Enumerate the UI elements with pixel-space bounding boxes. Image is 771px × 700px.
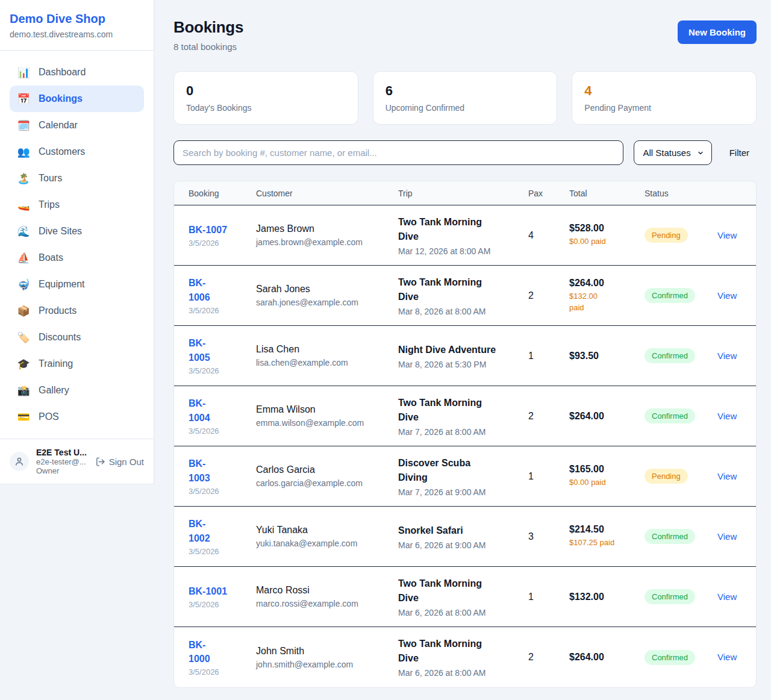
column-header-trip: Trip [398,189,528,198]
calendar-icon: 📅 [17,93,30,105]
sidebar-item-dashboard[interactable]: 📊 Dashboard [10,59,144,86]
booking-id-link[interactable]: BK-1005 [189,336,213,364]
spiral-calendar-icon: 🗓️ [17,119,30,132]
status-badge: Confirmed [645,650,695,665]
view-booking-link[interactable]: View [717,531,737,542]
sign-out-button[interactable]: Sign Out [95,457,144,467]
booking-id-link[interactable]: BK-1007 [189,223,256,237]
booking-id-link[interactable]: BK-1003 [189,457,213,484]
sidebar-item-equipment[interactable]: 🤿 Equipment [10,271,144,298]
status-badge: Confirmed [645,348,695,363]
booking-id-link[interactable]: BK-1002 [189,517,213,545]
sidebar-item-dive-sites[interactable]: 🌊 Dive Sites [10,218,144,245]
people-icon: 👥 [17,146,30,158]
logout-icon [95,457,105,467]
customer-email: lisa.chen@example.com [256,358,398,367]
view-booking-link[interactable]: View [717,592,737,602]
shop-header: Demo Dive Shop demo.test.divestreams.com [0,0,154,51]
sidebar-item-calendar[interactable]: 🗓️ Calendar [10,112,144,139]
bookings-table-body: BK-1007 3/5/2026 James Brown james.brown… [174,205,756,687]
column-header-status: Status [645,189,717,198]
booking-id-link[interactable]: BK-1000 [189,638,213,666]
sidebar-item-discounts[interactable]: 🏷️ Discounts [10,324,144,351]
pax-count: 3 [528,531,569,542]
diving-mask-icon: 🤿 [17,278,30,291]
bar-chart-icon: 📊 [17,66,30,79]
view-booking-link[interactable]: View [717,351,737,361]
total-amount: $132.00 [569,592,645,602]
view-booking-link[interactable]: View [717,652,737,662]
sidebar-item-tours[interactable]: 🏝️ Tours [10,165,144,192]
booking-id-link[interactable]: BK-1006 [189,276,213,304]
search-input[interactable] [173,140,623,165]
trip-datetime: Mar 8, 2026 at 8:00 AM [398,307,528,316]
status-badge: Confirmed [645,408,695,423]
booking-date: 3/5/2026 [189,667,256,677]
customer-email: james.brown@example.com [256,237,398,247]
paid-amount: $132.00 paid [569,291,608,313]
stat-value: 0 [186,83,346,99]
status-select-value: All Statuses [643,148,690,158]
stats-row: 0 Today's Bookings 6 Upcoming Confirmed … [173,71,757,125]
total-amount: $528.00 [569,223,645,234]
shop-name: Demo Dive Shop [10,12,144,26]
user-role: Owner [36,466,88,475]
trip-datetime: Mar 8, 2026 at 5:30 PM [398,360,528,369]
booking-date: 3/5/2026 [189,239,256,248]
trip-name: Night Dive Adventure [398,343,528,357]
total-amount: $264.00 [569,278,645,289]
view-booking-link[interactable]: View [717,471,737,481]
booking-date: 3/5/2026 [189,427,256,436]
customer-name: Yuki Tanaka [256,525,398,536]
sidebar-item-customers[interactable]: 👥 Customers [10,139,144,165]
pax-count: 1 [528,592,569,602]
trip-datetime: Mar 7, 2026 at 9:00 AM [398,487,528,497]
customer-email: john.smith@example.com [256,660,398,669]
sidebar: Demo Dive Shop demo.test.divestreams.com… [0,0,154,700]
status-badge: Pending [645,469,688,484]
total-amount: $264.00 [569,411,645,422]
stat-card-today-s-bookings: 0 Today's Bookings [173,71,358,125]
trip-datetime: Mar 12, 2026 at 8:00 AM [398,246,528,256]
customer-name: Lisa Chen [256,344,398,355]
status-badge: Confirmed [645,529,695,544]
camera-icon: 📸 [17,384,30,397]
customer-email: yuki.tanaka@example.com [256,539,398,548]
bookings-table: Booking Customer Trip Pax Total Status B… [173,181,757,688]
view-booking-link[interactable]: View [717,230,737,240]
sidebar-item-bookings[interactable]: 📅 Bookings [10,86,144,112]
column-header-pax: Pax [528,189,569,198]
paid-amount: $107.25 paid [569,537,645,548]
column-header-customer: Customer [256,189,398,198]
stat-card-upcoming-confirmed: 6 Upcoming Confirmed [373,71,558,125]
sidebar-item-training[interactable]: 🎓 Training [10,351,144,377]
booking-id-link[interactable]: BK-1004 [189,396,213,424]
new-booking-button[interactable]: New Booking [678,20,757,44]
graduation-cap-icon: 🎓 [17,358,30,370]
package-icon: 📦 [17,305,30,317]
user-name: E2E Test U... [36,448,88,457]
trip-datetime: Mar 6, 2026 at 9:00 AM [398,540,528,550]
view-booking-link[interactable]: View [717,411,737,421]
status-select[interactable]: All Statuses [634,140,711,165]
filter-button[interactable]: Filter [722,148,757,158]
sidebar-item-boats[interactable]: ⛵ Boats [10,245,144,271]
avatar [10,452,29,471]
trip-datetime: Mar 7, 2026 at 8:00 AM [398,427,528,437]
page-title: Bookings [173,18,243,37]
sidebar-item-trips[interactable]: 🚤 Trips [10,192,144,218]
view-booking-link[interactable]: View [717,290,737,301]
table-row: BK-1004 3/5/2026 Emma Wilson emma.wilson… [174,386,756,446]
pax-count: 1 [528,471,569,482]
booking-date: 3/5/2026 [189,366,256,375]
sidebar-item-gallery[interactable]: 📸 Gallery [10,377,144,404]
user-section: E2E Test U... e2e-tester@... Owner Sign … [0,439,154,484]
customer-name: Sarah Jones [256,284,398,295]
column-header-booking: Booking [189,189,256,198]
sidebar-item-products[interactable]: 📦 Products [10,298,144,324]
trip-datetime: Mar 6, 2026 at 8:00 AM [398,608,528,617]
booking-id-link[interactable]: BK-1001 [189,584,256,598]
main-content: Bookings 8 total bookings New Booking 0 … [154,0,771,700]
trip-name: Two Tank Morning Dive [398,215,489,244]
sidebar-item-pos[interactable]: 💳 POS [10,404,144,430]
